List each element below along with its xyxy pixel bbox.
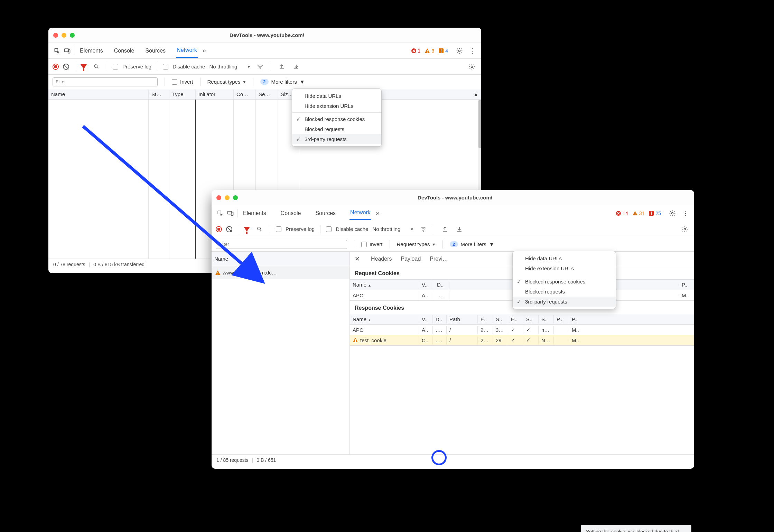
th-path[interactable]: Path xyxy=(447,315,478,323)
minimize-window-icon[interactable] xyxy=(62,33,66,38)
close-window-icon[interactable] xyxy=(216,195,221,200)
th-p[interactable]: P.. xyxy=(679,281,694,289)
disable-cache-checkbox[interactable] xyxy=(326,226,332,232)
minimize-window-icon[interactable] xyxy=(225,195,230,200)
issues-count[interactable]: 25 xyxy=(649,211,661,216)
menu-3rd-party-requests[interactable]: 3rd-party requests xyxy=(292,134,381,144)
request-types-select[interactable]: Request types▼ xyxy=(207,79,246,85)
invert-checkbox[interactable] xyxy=(172,79,177,85)
menu-blocked-response-cookies[interactable]: Blocked response cookies xyxy=(513,277,616,287)
preserve-log-checkbox[interactable] xyxy=(113,64,118,69)
menu-blocked-response-cookies[interactable]: Blocked response cookies xyxy=(292,114,381,124)
titlebar[interactable]: DevTools - www.youtube.com/ xyxy=(212,190,694,205)
clear-button[interactable] xyxy=(63,64,69,70)
col-name[interactable]: Name xyxy=(48,90,149,99)
th-s2[interactable]: S.. xyxy=(523,315,539,323)
tab-elements[interactable]: Elements xyxy=(79,44,104,57)
titlebar[interactable]: DevTools - www.youtube.com/ xyxy=(48,28,481,43)
search-icon[interactable] xyxy=(91,62,101,72)
th-p2[interactable]: P.. xyxy=(569,315,584,323)
th-p[interactable]: P.. xyxy=(554,315,569,323)
network-conditions-icon[interactable] xyxy=(418,224,428,234)
menu-3rd-party-requests[interactable]: 3rd-party requests xyxy=(513,297,616,307)
preserve-log-checkbox[interactable] xyxy=(276,226,281,232)
col-name[interactable]: Name xyxy=(212,254,349,263)
col-type[interactable]: Type xyxy=(169,90,196,99)
menu-hide-extension-urls[interactable]: Hide extension URLs xyxy=(513,263,616,273)
inspect-icon[interactable] xyxy=(52,46,62,56)
network-settings-gear-icon[interactable] xyxy=(467,62,477,72)
invert-checkbox[interactable] xyxy=(361,242,367,247)
record-button[interactable] xyxy=(53,64,59,70)
tab-console[interactable]: Console xyxy=(113,44,135,57)
settings-gear-icon[interactable] xyxy=(454,46,465,56)
col-co[interactable]: Co… xyxy=(234,90,256,99)
error-count[interactable]: 1 xyxy=(411,48,421,54)
error-count[interactable]: 14 xyxy=(616,211,628,216)
maximize-window-icon[interactable] xyxy=(70,33,75,38)
kebab-menu-icon[interactable]: ⋮ xyxy=(467,46,478,56)
device-toolbar-icon[interactable] xyxy=(225,208,236,218)
th-d[interactable]: D.. xyxy=(434,281,449,289)
download-har-icon[interactable] xyxy=(291,62,301,72)
clear-button[interactable] xyxy=(226,226,232,232)
settings-gear-icon[interactable] xyxy=(667,208,678,218)
inspect-icon[interactable] xyxy=(215,208,225,218)
col-se[interactable]: Se… xyxy=(256,90,278,99)
warning-count[interactable]: 31 xyxy=(632,211,645,216)
table-row-warning[interactable]: test_cookie C.. …. / 2… 29 ✓ ✓ N… M.. xyxy=(350,335,694,345)
table-row[interactable]: APC A.. …. / 2… 3… ✓ ✓ n… M.. xyxy=(350,325,694,335)
th-name[interactable]: Name xyxy=(353,282,366,288)
menu-hide-data-urls[interactable]: Hide data URLs xyxy=(513,253,616,263)
th-d[interactable]: D.. xyxy=(433,315,447,323)
menu-hide-extension-urls[interactable]: Hide extension URLs xyxy=(292,101,381,111)
disable-cache-checkbox[interactable] xyxy=(163,64,168,69)
th-s[interactable]: S.. xyxy=(493,315,508,323)
warning-count[interactable]: 3 xyxy=(425,48,434,54)
upload-har-icon[interactable] xyxy=(440,224,450,234)
th-s3[interactable]: S.. xyxy=(539,315,554,323)
close-detail-icon[interactable]: ✕ xyxy=(355,255,360,263)
throttling-select[interactable]: No throttling▼ xyxy=(372,226,414,232)
filter-toggle-icon[interactable] xyxy=(244,227,250,232)
throttling-select[interactable]: No throttling▼ xyxy=(209,64,251,69)
kebab-menu-icon[interactable]: ⋮ xyxy=(680,208,691,218)
device-toolbar-icon[interactable] xyxy=(62,46,73,56)
th-h[interactable]: H.. xyxy=(508,315,523,323)
request-types-select[interactable]: Request types▼ xyxy=(397,241,436,247)
col-status[interactable]: St… xyxy=(149,90,169,99)
more-filters-button[interactable]: 2 More filters ▼ xyxy=(260,79,305,85)
th-v[interactable]: V.. xyxy=(419,315,433,323)
download-har-icon[interactable] xyxy=(454,224,465,234)
request-row[interactable]: www.youtube.com;dc… xyxy=(212,266,349,279)
menu-blocked-requests[interactable]: Blocked requests xyxy=(292,124,381,134)
tab-payload[interactable]: Payload xyxy=(401,256,421,262)
close-window-icon[interactable] xyxy=(53,33,58,38)
th-name[interactable]: Name xyxy=(353,316,366,322)
tab-console[interactable]: Console xyxy=(280,207,302,220)
filter-input[interactable] xyxy=(53,77,158,86)
upload-har-icon[interactable] xyxy=(277,62,287,72)
tab-network[interactable]: Network xyxy=(349,206,371,220)
menu-hide-data-urls[interactable]: Hide data URLs xyxy=(292,91,381,101)
more-filters-button[interactable]: 2 More filters ▼ xyxy=(450,241,494,247)
network-conditions-icon[interactable] xyxy=(255,62,265,72)
tab-headers[interactable]: Headers xyxy=(371,256,392,262)
search-icon[interactable] xyxy=(254,224,264,234)
tab-elements[interactable]: Elements xyxy=(242,207,267,220)
more-tabs-icon[interactable]: » xyxy=(203,47,206,54)
tab-sources[interactable]: Sources xyxy=(315,207,336,220)
tab-sources[interactable]: Sources xyxy=(144,44,166,57)
issues-count[interactable]: 4 xyxy=(438,48,448,54)
tab-network[interactable]: Network xyxy=(176,44,198,58)
maximize-window-icon[interactable] xyxy=(233,195,238,200)
filter-input[interactable] xyxy=(216,240,347,249)
filter-toggle-icon[interactable] xyxy=(81,64,87,69)
col-initiator[interactable]: Initiator xyxy=(196,90,234,99)
network-settings-gear-icon[interactable] xyxy=(680,224,690,234)
more-tabs-icon[interactable]: » xyxy=(376,209,380,217)
menu-blocked-requests[interactable]: Blocked requests xyxy=(513,287,616,297)
th-e[interactable]: E.. xyxy=(478,315,493,323)
tab-preview[interactable]: Previ… xyxy=(430,256,448,262)
record-button[interactable] xyxy=(216,226,222,232)
